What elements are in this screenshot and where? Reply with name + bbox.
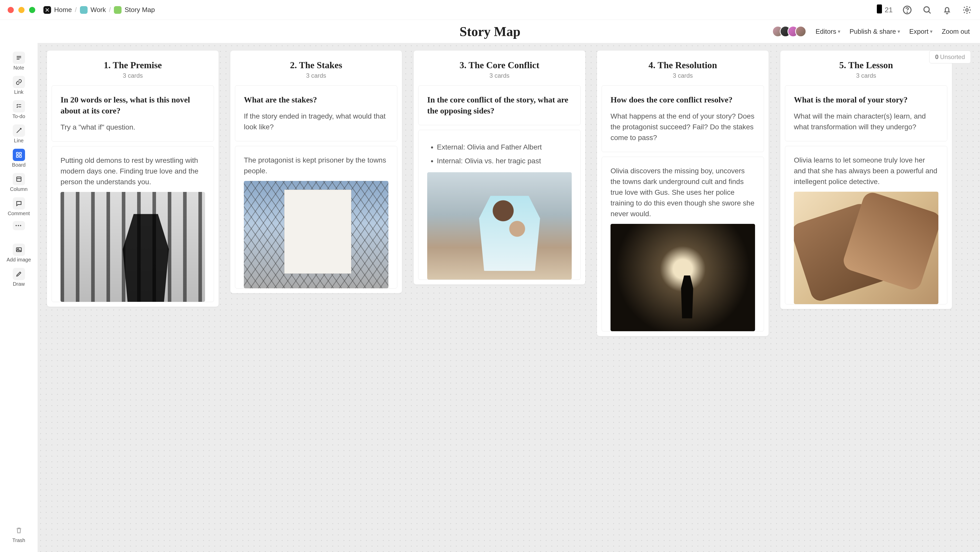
sidebar-item-trash[interactable]: Trash bbox=[6, 523, 32, 545]
card-text: The protagonist is kept prisoner by the … bbox=[244, 155, 388, 176]
crumb-separator: / bbox=[75, 6, 76, 14]
svg-rect-5 bbox=[16, 152, 18, 154]
card-text: What happens at the end of your story? D… bbox=[611, 111, 755, 143]
breadcrumb-page[interactable]: Story Map bbox=[125, 6, 155, 14]
svg-point-3 bbox=[924, 6, 929, 12]
folder-icon bbox=[80, 6, 88, 14]
breadcrumb-home[interactable]: Home bbox=[54, 6, 72, 14]
page-title: Story Map bbox=[460, 24, 520, 39]
card[interactable]: Olivia discovers the missing boy, uncove… bbox=[601, 157, 764, 332]
column-stakes[interactable]: 2. The Stakes3 cards What are the stakes… bbox=[230, 51, 402, 293]
search-icon[interactable] bbox=[922, 5, 932, 15]
card-heading: In the core conflict of the story, what … bbox=[427, 94, 572, 116]
export-button[interactable]: Export▾ bbox=[909, 27, 932, 35]
page-icon bbox=[114, 6, 121, 14]
avatars[interactable] bbox=[772, 26, 807, 37]
page-header: Story Map Editors▾ Publish & share▾ Expo… bbox=[0, 20, 980, 43]
column-premise[interactable]: 1. The Premise3 cards In 20 words or les… bbox=[47, 51, 219, 307]
sidebar-item-label: Board bbox=[12, 162, 25, 168]
image-icon bbox=[13, 244, 25, 256]
sidebar-item-label: Add image bbox=[6, 257, 31, 263]
sidebar-item-note[interactable]: Note bbox=[6, 50, 32, 72]
card[interactable]: In 20 words or less, what is this novel … bbox=[52, 85, 214, 142]
unsorted-count: 0 bbox=[935, 53, 939, 60]
board-icon bbox=[13, 149, 25, 161]
card-image bbox=[611, 224, 755, 331]
sidebar-more-button[interactable]: ••• bbox=[13, 221, 25, 230]
card-heading: What are the stakes? bbox=[244, 94, 388, 105]
close-window-button[interactable] bbox=[8, 7, 14, 13]
titlebar: Home / Work / Story Map 21 bbox=[0, 0, 980, 20]
publish-button[interactable]: Publish & share▾ bbox=[850, 27, 900, 35]
card[interactable]: In the core conflict of the story, what … bbox=[418, 85, 581, 125]
sidebar-item-label: Line bbox=[14, 138, 24, 144]
sidebar-item-add-image[interactable]: Add image bbox=[6, 242, 32, 264]
bell-icon[interactable] bbox=[942, 5, 953, 15]
sidebar-item-link[interactable]: Link bbox=[6, 74, 32, 97]
sidebar-item-board[interactable]: Board bbox=[6, 147, 32, 169]
sidebar-item-column[interactable]: Column bbox=[6, 171, 32, 194]
pencil-icon bbox=[13, 268, 25, 280]
publish-label: Publish & share bbox=[850, 27, 896, 35]
home-icon bbox=[43, 6, 51, 14]
card-text: Putting old demons to rest by wrestling … bbox=[60, 155, 205, 187]
card-text: Olivia discovers the missing boy, uncove… bbox=[611, 166, 755, 219]
card-image bbox=[244, 181, 388, 288]
window-controls bbox=[8, 7, 35, 13]
card-text: Try a "what if" question. bbox=[60, 122, 205, 132]
gear-icon[interactable] bbox=[962, 5, 972, 15]
svg-point-4 bbox=[966, 9, 968, 11]
unsorted-label: Unsorted bbox=[940, 53, 965, 60]
editors-button[interactable]: Editors▾ bbox=[816, 27, 840, 35]
card[interactable]: What are the stakes? If the story ended … bbox=[235, 85, 397, 141]
chevron-down-icon: ▾ bbox=[930, 29, 932, 35]
card-image bbox=[427, 172, 572, 279]
column-count: 3 cards bbox=[418, 72, 581, 79]
column-icon bbox=[13, 173, 25, 185]
card[interactable]: What is the moral of your story? What wi… bbox=[785, 85, 947, 141]
sidebar-item-draw[interactable]: Draw bbox=[6, 266, 32, 289]
unsorted-pill[interactable]: 0Unsorted bbox=[929, 51, 971, 63]
breadcrumb-work[interactable]: Work bbox=[91, 6, 106, 14]
comment-icon bbox=[13, 197, 25, 209]
sidebar-item-todo[interactable]: To-do bbox=[6, 99, 32, 121]
help-icon[interactable] bbox=[902, 5, 913, 15]
card-heading: In 20 words or less, what is this novel … bbox=[60, 94, 205, 116]
column-lesson[interactable]: 5. The Lesson3 cards What is the moral o… bbox=[780, 51, 952, 309]
card[interactable]: Putting old demons to rest by wrestling … bbox=[52, 146, 214, 302]
svg-point-2 bbox=[907, 12, 907, 13]
column-count: 3 cards bbox=[235, 72, 397, 79]
column-resolution[interactable]: 4. The Resolution3 cards How does the co… bbox=[597, 51, 768, 336]
card[interactable]: Olivia learns to let someone truly love … bbox=[785, 146, 947, 305]
column-title: 5. The Lesson bbox=[785, 60, 947, 70]
svg-rect-0 bbox=[877, 5, 882, 14]
card[interactable]: The protagonist is kept prisoner by the … bbox=[235, 146, 397, 289]
sidebar-item-label: Trash bbox=[12, 538, 25, 543]
minimize-window-button[interactable] bbox=[18, 7, 24, 13]
column-count: 3 cards bbox=[601, 72, 764, 79]
column-title: 2. The Stakes bbox=[235, 60, 397, 70]
card-heading: How does the core conflict resolve? bbox=[611, 94, 755, 105]
column-conflict[interactable]: 3. The Core Conflict3 cards In the core … bbox=[414, 51, 585, 284]
card-text: What will the main character(s) learn, a… bbox=[794, 111, 939, 132]
card[interactable]: How does the core conflict resolve? What… bbox=[601, 85, 764, 152]
sidebar-item-comment[interactable]: Comment bbox=[6, 196, 32, 218]
device-icon bbox=[875, 4, 883, 16]
column-title: 3. The Core Conflict bbox=[418, 60, 581, 70]
card-image bbox=[794, 191, 939, 304]
canvas[interactable]: 0Unsorted 1. The Premise3 cards In 20 wo… bbox=[38, 43, 980, 552]
sidebar-item-label: Link bbox=[14, 89, 24, 95]
editors-label: Editors bbox=[816, 27, 836, 35]
column-count: 3 cards bbox=[52, 72, 214, 79]
maximize-window-button[interactable] bbox=[29, 7, 35, 13]
svg-rect-9 bbox=[17, 177, 21, 181]
card[interactable]: External: Olivia and Father Albert Inter… bbox=[418, 130, 581, 279]
zoom-label: Zoom out bbox=[942, 27, 970, 35]
sidebar-item-label: Comment bbox=[8, 211, 30, 217]
card-heading: What is the moral of your story? bbox=[794, 94, 939, 105]
sidebar-item-line[interactable]: Line bbox=[6, 123, 32, 145]
zoom-out-button[interactable]: Zoom out bbox=[942, 27, 970, 35]
board-columns: 1. The Premise3 cards In 20 words or les… bbox=[47, 51, 971, 336]
presence-count[interactable]: 21 bbox=[875, 4, 892, 16]
card-image bbox=[60, 192, 205, 302]
